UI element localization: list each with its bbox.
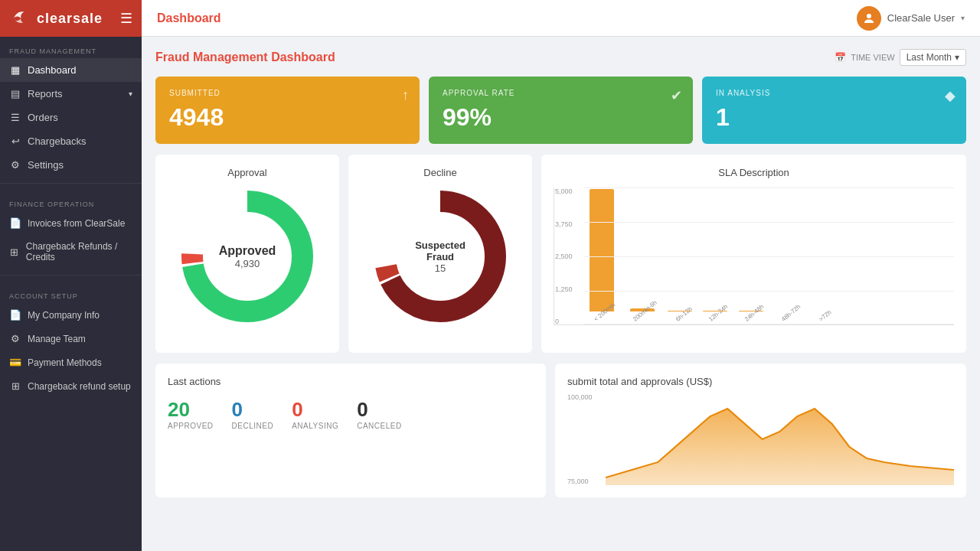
sidebar-item-settings[interactable]: ⚙ Settings — [0, 153, 142, 177]
sidebar-label-dashboard: Dashboard — [28, 64, 77, 76]
sidebar-divider-1 — [0, 183, 142, 184]
time-period-chevron-icon: ▾ — [955, 52, 959, 63]
sla-bar-group: >72h — [808, 311, 833, 324]
sla-bars: < 200min200min-6h6h-12h12h-24h24h-48h48h… — [554, 187, 954, 325]
sidebar-label-orders: Orders — [28, 112, 58, 123]
user-menu[interactable]: ClearSale User ▾ — [857, 6, 965, 31]
sidebar-label-payment-methods: Payment Methods — [28, 357, 102, 368]
sla-bar-label: 6h-12h — [675, 305, 694, 323]
approval-rate-value: 99% — [443, 103, 679, 132]
sidebar-label-chargeback-setup: Chargeback refund setup — [28, 381, 131, 392]
sla-bar-group: 200min-6h — [624, 308, 661, 324]
decline-chart-card: Decline Suspected Fraud — [348, 155, 532, 353]
sidebar-item-reports[interactable]: ▤ Reports ▾ — [0, 82, 142, 106]
user-chevron-icon: ▾ — [961, 14, 965, 22]
sidebar-label-manage-team: Manage Team — [28, 334, 86, 344]
sidebar-item-payment-methods[interactable]: 💳 Payment Methods — [0, 350, 142, 374]
sidebar: clearsale ☰ Fraud Management ▦ Dashboard… — [0, 0, 142, 551]
sidebar-item-dashboard[interactable]: ▦ Dashboard — [0, 58, 142, 82]
y-label-3750: 3,750 — [555, 220, 573, 228]
section-label-account: Account Setup — [0, 282, 142, 303]
in-analysis-value: 1 — [716, 103, 952, 132]
sla-bar-label: 48h-72h — [780, 303, 802, 323]
sla-bar-label: 24h-48h — [743, 303, 765, 323]
submitted-label: SUBMITTED — [169, 89, 406, 97]
submit-chart-title: submit total and approvals (US$) — [567, 376, 954, 387]
sidebar-item-invoices[interactable]: 📄 Invoices from ClearSale — [0, 211, 142, 235]
sla-chart-title: SLA Description — [554, 167, 954, 178]
section-label-fraud: Fraud Management — [0, 37, 142, 58]
submit-y-100k: 100,000 — [567, 393, 593, 401]
chargebacks-icon: ↩ — [9, 135, 21, 147]
fraud-management-section: Fraud Management ▦ Dashboard ▤ Reports ▾… — [0, 37, 142, 177]
declined-stat-label: DECLINED — [232, 422, 274, 430]
time-period-value: Last Month — [906, 52, 952, 63]
approved-stat-label: APPROVED — [168, 422, 214, 430]
action-stat-approved: 20 APPROVED — [168, 398, 214, 430]
declined-stat-value: 0 — [232, 398, 274, 422]
submit-area-svg — [606, 393, 954, 485]
sidebar-label-chargeback-refunds: Chargeback Refunds / Credits — [26, 241, 132, 262]
y-label-2500: 2,500 — [555, 253, 573, 260]
clearsale-logo-icon — [9, 8, 31, 29]
stat-card-submitted: ↑ SUBMITTED 4948 — [155, 77, 420, 144]
sidebar-item-chargeback-setup[interactable]: ⊞ Chargeback refund setup — [0, 374, 142, 398]
action-stat-canceled: 0 CANCELED — [357, 398, 401, 430]
decline-donut-container: Suspected Fraud 15 — [371, 187, 509, 325]
analysing-stat-label: ANALYSING — [292, 422, 338, 430]
action-stat-declined: 0 DECLINED — [232, 398, 274, 430]
sla-bar-label: 12h-24h — [707, 303, 729, 323]
sla-bar-label: >72h — [818, 308, 833, 322]
sla-bar-group: 24h-48h — [736, 311, 766, 324]
y-label-1250: 1,250 — [555, 285, 573, 293]
sidebar-divider-2 — [0, 275, 142, 276]
approval-donut-container: Approved 4,930 — [178, 187, 316, 325]
settings-icon: ⚙ — [9, 159, 21, 171]
sidebar-item-chargebacks[interactable]: ↩ Chargebacks — [0, 129, 142, 153]
sidebar-item-manage-team[interactable]: ⚙ Manage Team — [0, 327, 142, 350]
finance-section: Finance Operation 📄 Invoices from ClearS… — [0, 190, 142, 269]
user-avatar-icon — [862, 11, 876, 25]
sidebar-item-my-company[interactable]: 📄 My Company Info — [0, 303, 142, 327]
time-view-control[interactable]: 📅 TIME VIEW Last Month ▾ — [835, 49, 966, 66]
chart-row: Approval Approved 4,930 — [155, 155, 966, 353]
sla-bar-group: < 200min — [585, 189, 618, 324]
approval-chart-card: Approval Approved 4,930 — [155, 155, 339, 353]
approved-stat-value: 20 — [168, 398, 214, 422]
approval-donut-label: Approved 4,930 — [219, 244, 276, 269]
my-company-icon: 📄 — [9, 309, 21, 321]
last-actions-title: Last actions — [168, 376, 534, 387]
y-label-0: 0 — [555, 318, 573, 325]
sla-bar — [590, 189, 614, 311]
sidebar-label-reports: Reports — [28, 88, 63, 99]
sla-bar-group: 6h-12h — [667, 311, 694, 324]
orders-icon: ☰ — [9, 112, 21, 123]
sidebar-item-chargeback-refunds[interactable]: ⊞ Chargeback Refunds / Credits — [0, 235, 142, 269]
sidebar-item-orders[interactable]: ☰ Orders — [0, 106, 142, 129]
time-period-selector[interactable]: Last Month ▾ — [900, 49, 966, 66]
approval-donut-wrapper: Approved 4,930 — [168, 187, 327, 325]
approval-center-value: 4,930 — [219, 258, 276, 269]
invoices-icon: 📄 — [9, 217, 21, 229]
chevron-down-icon: ▾ — [129, 90, 132, 98]
time-view-label: TIME VIEW — [851, 53, 894, 62]
approval-rate-label: APPROVAL RATE — [443, 89, 679, 97]
sla-chart-card: SLA Description 5,000 3,750 2,500 1,250 … — [541, 155, 966, 353]
analysing-stat-value: 0 — [292, 398, 338, 422]
y-axis: 5,000 3,750 2,500 1,250 0 — [554, 187, 573, 325]
calendar-icon: 📅 — [835, 52, 846, 63]
stat-cards: ↑ SUBMITTED 4948 ✔ APPROVAL RATE 99% ◆ I… — [155, 77, 966, 144]
chargeback-refunds-icon: ⊞ — [9, 246, 20, 258]
chargeback-setup-icon: ⊞ — [9, 380, 21, 392]
last-actions-card: Last actions 20 APPROVED 0 DECLINED 0 AN… — [155, 364, 546, 497]
hamburger-icon[interactable]: ☰ — [120, 10, 132, 27]
submitted-value: 4948 — [169, 103, 406, 132]
submit-y-75k: 75,000 — [567, 478, 593, 485]
in-analysis-label: IN ANALYSIS — [716, 89, 952, 97]
canceled-stat-label: CANCELED — [357, 422, 401, 430]
decline-donut-wrapper: Suspected Fraud 15 — [361, 187, 520, 325]
dashboard-icon: ▦ — [9, 64, 21, 76]
manage-team-icon: ⚙ — [9, 333, 21, 344]
content-header: Fraud Management Dashboard 📅 TIME VIEW L… — [155, 49, 966, 66]
topbar: Dashboard ClearSale User ▾ — [142, 0, 980, 37]
